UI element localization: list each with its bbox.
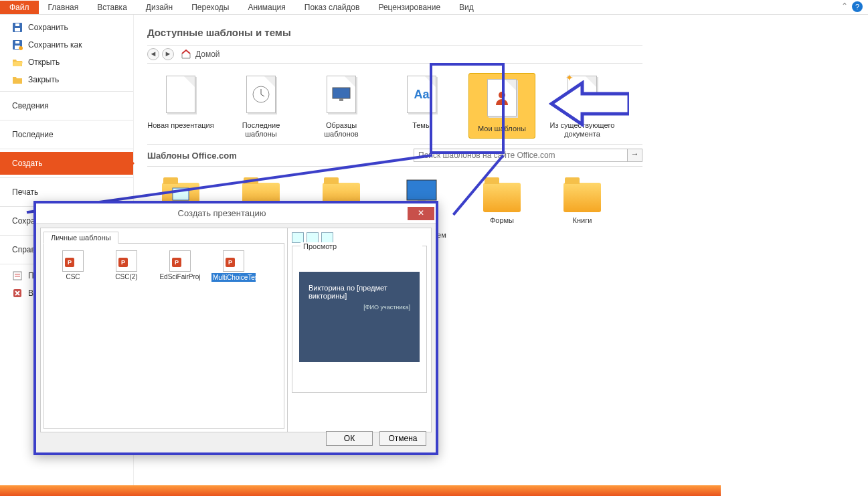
- sparkle-icon: ✦: [566, 72, 574, 83]
- create-presentation-dialog: Создать презентацию ✕ Личные шаблоны PCS…: [33, 201, 438, 455]
- sidebar-item-save[interactable]: Сохранить: [0, 19, 133, 36]
- svg-rect-2: [15, 23, 19, 26]
- sidebar-item-recent[interactable]: Последние: [0, 123, 133, 146]
- sidebar-item-info[interactable]: Сведения: [0, 94, 133, 117]
- tile-label: Темы: [388, 121, 455, 130]
- options-icon: [12, 270, 23, 281]
- template-label: CSC(2): [104, 273, 149, 280]
- svg-rect-13: [339, 98, 343, 101]
- nav-back-button[interactable]: ◄: [147, 48, 159, 60]
- template-label: MultiChoiceTest: [211, 273, 256, 282]
- tab-view[interactable]: Вид: [450, 1, 483, 14]
- sidebar-item-close[interactable]: Закрыть: [0, 71, 133, 88]
- template-tiles: Новая презентация Последние шаблоны Обра…: [147, 73, 855, 139]
- preview-group: Просмотр Викторина по [предмет викторины…: [292, 246, 427, 393]
- sidebar-item-saveas[interactable]: Сохранить как: [0, 36, 133, 54]
- tile-books[interactable]: Книги: [549, 176, 616, 248]
- tab-animation[interactable]: Анимация: [238, 1, 294, 14]
- preview-thumbnail: Викторина по [предмет викторины] [ФИО уч…: [299, 272, 420, 362]
- tile-label: Образцы шаблонов: [308, 121, 375, 139]
- template-label: EdSciFairProj: [158, 273, 202, 280]
- tab-home[interactable]: Главная: [39, 1, 88, 14]
- exit-icon: [12, 288, 23, 299]
- view-list-button[interactable]: [307, 232, 319, 243]
- ok-button[interactable]: ОК: [326, 431, 373, 446]
- folder-open-icon: [12, 57, 23, 68]
- clock-icon: [252, 85, 270, 104]
- tab-transitions[interactable]: Переходы: [182, 1, 238, 14]
- tile-label: Мои шаблоны: [472, 125, 532, 133]
- status-bar: [0, 485, 721, 496]
- sidebar-label: Сохранить: [28, 23, 68, 32]
- svg-rect-8: [15, 274, 20, 274]
- breadcrumb-nav: ◄ ► Домой: [147, 45, 642, 64]
- svg-point-14: [499, 92, 505, 98]
- office-label: Шаблоны Office.com: [147, 151, 237, 161]
- sidebar-label: Сохранить как: [28, 40, 82, 50]
- preview-title: Викторина по [предмет викторины]: [309, 284, 410, 300]
- tab-design[interactable]: Дизайн: [137, 1, 182, 14]
- template-item[interactable]: PCSC: [51, 250, 95, 280]
- page-title: Доступные шаблоны и темы: [147, 27, 855, 38]
- save-icon: [12, 22, 23, 33]
- nav-fwd-button[interactable]: ►: [162, 48, 174, 60]
- powerpoint-icon: P: [226, 258, 235, 267]
- folder-icon: [483, 183, 521, 212]
- nav-home-label: Домой: [195, 50, 220, 59]
- sidebar-item-print[interactable]: Печать: [0, 181, 133, 203]
- tile-sample-templates[interactable]: Образцы шаблонов: [308, 73, 375, 139]
- cancel-button[interactable]: Отмена: [379, 431, 426, 446]
- svg-rect-1: [15, 28, 20, 31]
- tile-label: Новая презентация: [147, 121, 214, 130]
- sidebar-item-open[interactable]: Открыть: [0, 54, 133, 71]
- template-list: PCSC PCSC(2) PEdSciFairProj PMultiChoice…: [44, 243, 284, 429]
- screen-icon: [332, 87, 351, 102]
- tile-forms[interactable]: Формы: [468, 176, 535, 248]
- tile-recent-templates[interactable]: Последние шаблоны: [228, 73, 294, 139]
- svg-point-6: [19, 46, 23, 50]
- folder-close-icon: [12, 74, 23, 85]
- tab-review[interactable]: Рецензирование: [369, 1, 450, 14]
- dialog-tab-personal[interactable]: Личные шаблоны: [44, 232, 118, 244]
- help-icon[interactable]: ?: [852, 1, 863, 12]
- svg-rect-5: [15, 41, 19, 44]
- svg-rect-16: [407, 180, 436, 200]
- svg-rect-9: [15, 276, 20, 276]
- tab-insert[interactable]: Вставка: [88, 1, 137, 14]
- sidebar-label: Открыть: [28, 58, 60, 67]
- sidebar-label: Закрыть: [28, 75, 59, 84]
- person-icon: [493, 89, 511, 106]
- search-input[interactable]: [414, 149, 628, 162]
- powerpoint-icon: P: [172, 258, 181, 267]
- tile-from-existing[interactable]: ✦ Из существующего документа: [549, 73, 616, 139]
- tab-slideshow[interactable]: Показ слайдов: [295, 1, 369, 14]
- dialog-titlebar[interactable]: Создать презентацию ✕: [36, 203, 436, 224]
- template-item[interactable]: PCSC(2): [104, 250, 149, 280]
- template-item-selected[interactable]: PMultiChoiceTest: [211, 250, 256, 282]
- office-templates-bar: Шаблоны Office.com →: [147, 144, 642, 167]
- powerpoint-icon: P: [118, 258, 128, 267]
- tile-new-presentation[interactable]: Новая презентация: [147, 73, 214, 139]
- ribbon: Файл Главная Вставка Дизайн Переходы Ани…: [0, 0, 868, 15]
- tile-label: Формы: [468, 216, 535, 225]
- tile-themes[interactable]: Aa Темы: [388, 73, 455, 139]
- tab-file[interactable]: Файл: [0, 1, 39, 14]
- svg-rect-12: [333, 88, 350, 98]
- search-go-button[interactable]: →: [628, 149, 642, 162]
- close-button[interactable]: ✕: [408, 207, 434, 220]
- view-large-button[interactable]: [292, 232, 304, 243]
- svg-rect-15: [173, 188, 189, 200]
- template-item[interactable]: PEdSciFairProj: [158, 250, 202, 280]
- tile-my-templates[interactable]: Мои шаблоны: [468, 73, 535, 139]
- saveas-icon: [12, 39, 23, 50]
- preview-subtitle: [ФИО участника]: [309, 304, 410, 311]
- dialog-title: Создать презентацию: [36, 208, 408, 218]
- tile-label: Из существующего документа: [549, 121, 616, 139]
- sidebar-item-new[interactable]: Создать: [0, 152, 133, 175]
- nav-home[interactable]: Домой: [181, 49, 220, 60]
- home-icon: [181, 49, 191, 60]
- tile-label: Книги: [549, 216, 616, 225]
- minimize-ribbon-icon[interactable]: ⌃: [841, 1, 848, 11]
- view-detail-button[interactable]: [321, 232, 333, 243]
- preview-label: Просмотр: [300, 242, 422, 250]
